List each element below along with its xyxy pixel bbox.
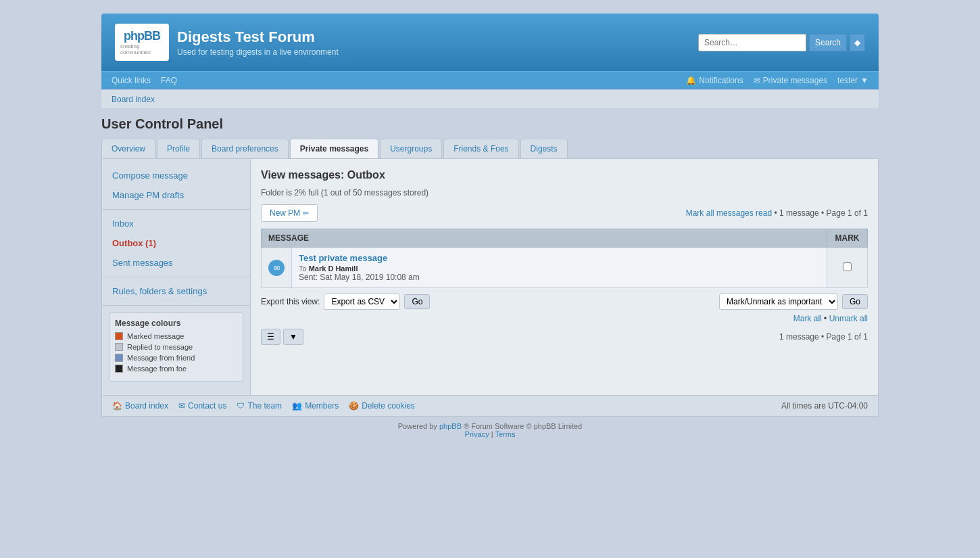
notifications-label: Notifications xyxy=(699,76,743,85)
mark-all-read-link[interactable]: Mark all messages read xyxy=(686,208,772,218)
mark-unmark-select[interactable]: Mark/Unmark as important xyxy=(719,294,838,310)
bottom-total: 1 xyxy=(863,332,868,342)
colour-friend: Message from friend xyxy=(115,354,237,362)
folder-info: Folder is 2% full (1 out of 50 messages … xyxy=(261,188,868,197)
export-go-button[interactable]: Go xyxy=(404,294,430,309)
search-advanced-button[interactable]: ◆ xyxy=(850,34,865,51)
message-mark-checkbox[interactable] xyxy=(843,262,852,271)
footer-delete-cookies[interactable]: 🍪 Delete cookies xyxy=(349,401,415,411)
tab-profile[interactable]: Profile xyxy=(157,139,200,158)
footer-board-index[interactable]: 🏠 Board index xyxy=(112,401,168,411)
site-header: phpBB creating communities Digests Test … xyxy=(101,14,879,71)
sidebar-sent-messages[interactable]: Sent messages xyxy=(102,253,250,273)
faq-item[interactable]: FAQ xyxy=(161,76,177,85)
sidebar-outbox[interactable]: Outbox (1) xyxy=(102,233,250,253)
footer-members-label: Members xyxy=(305,401,339,411)
breadcrumb-board-index[interactable]: Board index xyxy=(112,95,155,104)
top-actions: New PM Mark all messages read • 1 messag… xyxy=(261,204,868,222)
sidebar-compose-message[interactable]: Compose message xyxy=(102,166,250,185)
view-messages-title: View messages: Outbox xyxy=(261,169,868,181)
message-colours-box: Message colours Marked message Replied t… xyxy=(109,312,243,381)
footer-delete-cookies-label: Delete cookies xyxy=(362,401,415,411)
view-messages-label: View messages: xyxy=(261,169,344,181)
main-panel: View messages: Outbox Folder is 2% full … xyxy=(251,159,878,395)
footer-team-label: The team xyxy=(247,401,282,411)
phpbb-link[interactable]: phpBB xyxy=(439,422,462,430)
sidebar-divider-2 xyxy=(102,277,250,277)
private-messages-item[interactable]: Private messages xyxy=(754,76,827,85)
tab-overview[interactable]: Overview xyxy=(101,139,155,158)
privacy-link[interactable]: Privacy xyxy=(465,430,489,438)
view-folder-label: Outbox xyxy=(347,169,385,181)
toolbar-left: ☰ ▼ xyxy=(261,329,303,345)
sidebar-rules-folders[interactable]: Rules, folders & settings xyxy=(102,281,250,301)
navbar-left: Quick links FAQ xyxy=(112,76,177,85)
export-select[interactable]: Export as CSV xyxy=(324,294,400,310)
message-type-icon xyxy=(268,260,285,276)
footer-members[interactable]: 👥 Members xyxy=(292,401,339,411)
sidebar-inbox[interactable]: Inbox xyxy=(102,214,250,233)
quick-links-item[interactable]: Quick links xyxy=(112,76,151,85)
pipe-separator: | xyxy=(491,430,493,438)
footer-board-index-label: Board index xyxy=(125,401,168,411)
bottom-page: 1 xyxy=(848,332,852,342)
sidebar-divider-3 xyxy=(102,305,250,306)
notifications-item[interactable]: Notifications xyxy=(686,76,743,85)
message-content-cell: Test private message To Mark D Hamill Se… xyxy=(292,248,827,288)
private-messages-label: Private messages xyxy=(763,76,827,85)
page-of-label: of xyxy=(854,208,861,218)
logo[interactable]: phpBB creating communities xyxy=(115,24,169,61)
mark-links: Mark all • Unmark all xyxy=(261,314,868,323)
bullet-sep: • xyxy=(774,208,777,218)
table-header-row: MESSAGE MARK xyxy=(262,229,868,248)
tab-private-messages[interactable]: Private messages xyxy=(290,139,378,158)
to-name: Mark D Hamill xyxy=(309,264,358,273)
sidebar-manage-drafts[interactable]: Manage PM drafts xyxy=(102,185,250,205)
mark-all-link[interactable]: Mark all xyxy=(793,314,822,323)
colour-label-replied: Replied to message xyxy=(127,343,193,351)
message-mark-cell xyxy=(827,248,868,288)
pagination-bottom: 1 message • Page 1 of 1 xyxy=(779,332,868,342)
powered-by-label: Powered by xyxy=(398,422,437,430)
search-button[interactable]: Search xyxy=(809,34,847,51)
tab-friends-foes[interactable]: Friends & Foes xyxy=(443,139,518,158)
content-area: Compose message Manage PM drafts Inbox O… xyxy=(101,158,879,396)
bottom-msg-count: 1 message • Page xyxy=(779,332,846,342)
terms-link[interactable]: Terms xyxy=(495,430,515,438)
pagination-top: Mark all messages read • 1 message • Pag… xyxy=(686,208,868,218)
th-mark: MARK xyxy=(827,229,868,248)
sort-button[interactable]: ☰ xyxy=(261,329,280,345)
new-pm-button[interactable]: New PM xyxy=(261,204,318,222)
export-left: Export this view: Export as CSV Go xyxy=(261,294,430,310)
forum-title-area: Digests Test Forum Used for testing dige… xyxy=(177,28,339,57)
message-subject[interactable]: Test private message xyxy=(299,253,820,263)
tab-usergroups[interactable]: Usergroups xyxy=(380,139,442,158)
footer-the-team[interactable]: 🛡 The team xyxy=(237,401,282,411)
sort-dropdown-button[interactable]: ▼ xyxy=(283,329,303,345)
colour-marked: Marked message xyxy=(115,332,237,340)
pencil-icon xyxy=(303,208,309,218)
colour-swatch-marked xyxy=(115,332,123,340)
navbar: Quick links FAQ Notifications Private me… xyxy=(101,71,879,89)
user-dropdown-icon: ▼ xyxy=(860,76,868,85)
user-menu[interactable]: tester ▼ xyxy=(837,76,868,85)
copyright-label: ® Forum Software © phpBB Limited xyxy=(464,422,582,430)
colour-swatch-replied xyxy=(115,343,123,351)
table-row: Test private message To Mark D Hamill Se… xyxy=(262,248,868,288)
footer-left: 🏠 Board index ✉ Contact us 🛡 The team 👥 … xyxy=(112,401,415,411)
colour-swatch-friend xyxy=(115,354,123,362)
search-input[interactable] xyxy=(698,34,806,51)
sidebar-divider-1 xyxy=(102,209,250,210)
team-icon: 🛡 xyxy=(237,401,245,411)
footer-contact-us[interactable]: ✉ Contact us xyxy=(178,401,226,411)
mark-go-button[interactable]: Go xyxy=(842,294,868,309)
new-pm-label: New PM xyxy=(270,208,300,218)
tab-board-preferences[interactable]: Board preferences xyxy=(201,139,289,158)
th-message: MESSAGE xyxy=(262,229,827,248)
unmark-all-link[interactable]: Unmark all xyxy=(829,314,868,323)
colour-label-foe: Message from foe xyxy=(127,365,187,373)
colour-swatch-foe xyxy=(115,365,123,373)
tabs: Overview Profile Board preferences Priva… xyxy=(101,139,879,158)
breadcrumb: Board index xyxy=(101,89,879,108)
tab-digests[interactable]: Digests xyxy=(520,139,568,158)
